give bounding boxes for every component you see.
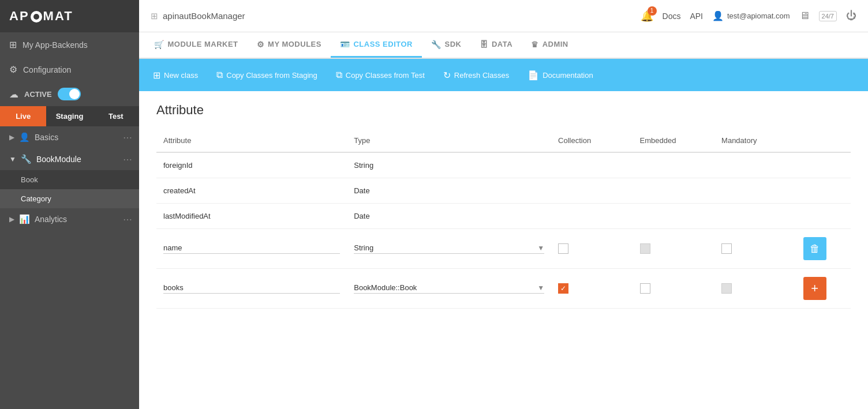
tab-module-market[interactable]: 🛒 MODULE MARKET xyxy=(145,32,248,58)
attr-mandatory-cell xyxy=(714,178,796,204)
col-header-action xyxy=(796,132,851,152)
user-email: test@apiomat.com xyxy=(727,12,790,20)
more-icon[interactable]: ⋯ xyxy=(123,132,132,143)
env-tab-staging[interactable]: Staging xyxy=(46,106,92,126)
tab-my-modules[interactable]: ⚙ MY MODULES xyxy=(248,32,331,58)
copy-test-label: Copy Classes from Test xyxy=(346,71,425,80)
chevron-down-icon: ▼ xyxy=(9,155,16,163)
tab-label: SDK xyxy=(445,40,462,48)
page-title: Attribute xyxy=(156,103,851,118)
mandatory-checkbox[interactable] xyxy=(721,243,732,254)
more-icon[interactable]: ⋯ xyxy=(123,214,132,225)
more-icon[interactable]: ⋯ xyxy=(123,154,132,165)
logo: APMAT xyxy=(9,9,73,24)
copy-test-button[interactable]: ⧉ Copy Classes from Test xyxy=(328,65,433,85)
active-label: ACTIVE xyxy=(24,90,52,99)
copy-staging-icon: ⧉ xyxy=(216,70,223,80)
attr-name-cell: foreignId xyxy=(156,152,347,178)
sidebar-section-label: BookModule xyxy=(36,155,81,164)
header-actions: 🔔 1 Docs API 👤 test@apiomat.com 🖥 24/7 ⏻ xyxy=(641,10,856,22)
tab-admin[interactable]: ♛ ADMIN xyxy=(522,32,578,58)
sub-toolbar: ⊞ New class ⧉ Copy Classes from Staging … xyxy=(139,59,868,91)
documentation-label: Documentation xyxy=(542,71,593,80)
table-row: BookModule::Book String Date ▼ xyxy=(156,269,851,309)
env-tab-live[interactable]: Live xyxy=(0,106,46,126)
tab-data[interactable]: 🗄 DATA xyxy=(470,32,522,58)
sidebar-child-category[interactable]: Category xyxy=(0,189,139,208)
nav-tabs: 🛒 MODULE MARKET ⚙ MY MODULES 🪪 CLASS EDI… xyxy=(139,32,868,59)
attr-mandatory-cell xyxy=(714,152,796,178)
attr-type-select[interactable]: String Date Integer Double Boolean xyxy=(354,243,535,252)
copy-staging-label: Copy Classes from Staging xyxy=(226,71,317,80)
embedded-checkbox[interactable] xyxy=(640,283,650,294)
copy-staging-button[interactable]: ⧉ Copy Classes from Staging xyxy=(208,65,326,85)
sidebar-section-bookmodule[interactable]: ▼ 🔧 BookModule ⋯ xyxy=(0,148,139,170)
add-attribute-button[interactable]: + xyxy=(803,277,826,300)
documentation-button[interactable]: 📄 Documentation xyxy=(519,65,601,85)
attr-collection-cell[interactable] xyxy=(551,269,633,309)
attr-name-cell[interactable] xyxy=(156,269,347,309)
attr-action-cell xyxy=(796,152,851,178)
user-icon: 👤 xyxy=(19,132,30,142)
new-class-label: New class xyxy=(164,71,198,80)
delete-attribute-button[interactable]: 🗑 xyxy=(803,237,826,260)
wrench-icon: 🔧 xyxy=(431,40,442,49)
collection-checkbox[interactable] xyxy=(558,243,568,254)
notification-badge[interactable]: 🔔 1 xyxy=(641,10,653,22)
attr-action-cell[interactable]: + xyxy=(796,269,851,309)
attr-type-cell[interactable]: BookModule::Book String Date ▼ xyxy=(347,269,551,309)
active-toggle[interactable] xyxy=(58,88,81,100)
doc-icon: 📄 xyxy=(527,70,539,81)
attr-type-cell: Date xyxy=(347,178,551,204)
refresh-icon: ↻ xyxy=(443,70,451,81)
table-row: createdAt Date xyxy=(156,178,851,204)
chevron-right-icon: ▶ xyxy=(9,215,14,223)
store-icon: 🛒 xyxy=(154,40,164,49)
sidebar-section-basics[interactable]: ▶ 👤 Basics ⋯ xyxy=(0,126,139,148)
attr-name-input[interactable] xyxy=(163,283,340,294)
sidebar-section-analytics[interactable]: ▶ 📊 Analytics ⋯ xyxy=(0,208,139,230)
attr-type-cell: Date xyxy=(347,204,551,229)
tab-class-editor[interactable]: 🪪 CLASS EDITOR xyxy=(331,32,422,58)
table-row: lastModifiedAt Date xyxy=(156,204,851,229)
attr-embedded-cell[interactable] xyxy=(633,269,715,309)
docs-link[interactable]: Docs xyxy=(663,12,681,21)
attr-type-select[interactable]: BookModule::Book String Date xyxy=(354,283,535,292)
attr-mandatory-cell xyxy=(714,269,796,309)
attr-name-cell[interactable] xyxy=(156,229,347,269)
new-class-button[interactable]: ⊞ New class xyxy=(145,65,206,85)
attr-collection-cell[interactable] xyxy=(551,229,633,269)
cloud-icon: ☁ xyxy=(9,89,18,100)
attr-action-cell[interactable]: 🗑 xyxy=(796,229,851,269)
plus-icon: + xyxy=(811,281,818,296)
attribute-table: Attribute Type Collection Embedded Manda… xyxy=(156,132,851,309)
collection-checkbox[interactable] xyxy=(558,283,568,294)
api-link[interactable]: API xyxy=(690,12,703,21)
tab-label: MY MODULES xyxy=(268,40,321,48)
tab-label: CLASS EDITOR xyxy=(353,40,413,48)
tab-label: ADMIN xyxy=(542,40,568,48)
tab-sdk[interactable]: 🔧 SDK xyxy=(422,32,470,58)
embedded-checkbox-disabled xyxy=(640,243,650,254)
sidebar-item-configuration[interactable]: ⚙ Configuration xyxy=(0,57,139,82)
sidebar-child-book[interactable]: Book xyxy=(0,170,139,189)
col-header-attribute: Attribute xyxy=(156,132,347,152)
sidebar-item-my-app-backends[interactable]: ⊞ My App-Backends xyxy=(0,32,139,57)
monitor-icon[interactable]: 🖥 xyxy=(799,10,810,22)
col-header-type: Type xyxy=(347,132,551,152)
power-icon[interactable]: ⏻ xyxy=(846,10,856,22)
col-header-collection: Collection xyxy=(551,132,633,152)
refresh-classes-button[interactable]: ↻ Refresh Classes xyxy=(435,65,517,85)
attr-name-cell: createdAt xyxy=(156,178,347,204)
attr-name-cell: lastModifiedAt xyxy=(156,204,347,229)
main-area: ⊞ apinautBookManager 🔔 1 Docs API 👤 test… xyxy=(139,0,868,409)
attr-name-input[interactable] xyxy=(163,243,340,254)
new-class-icon: ⊞ xyxy=(153,70,160,81)
attr-type-cell[interactable]: String Date Integer Double Boolean ▼ xyxy=(347,229,551,269)
support-icon[interactable]: 24/7 xyxy=(819,11,837,21)
attr-mandatory-cell[interactable] xyxy=(714,229,796,269)
env-tab-test[interactable]: Test xyxy=(93,106,139,126)
attr-mandatory-cell xyxy=(714,204,796,229)
child-label: Book xyxy=(21,175,38,184)
attr-embedded-cell xyxy=(633,229,715,269)
